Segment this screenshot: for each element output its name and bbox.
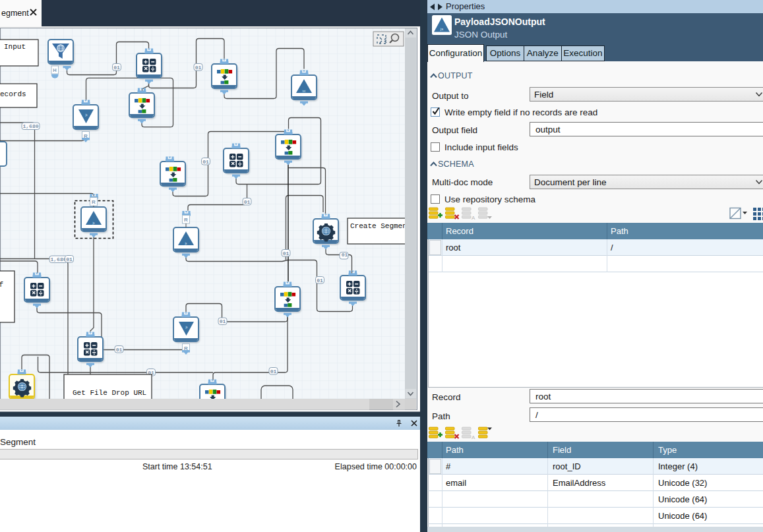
svg-text:R: R: [92, 199, 96, 205]
svg-text:01: 01: [66, 256, 73, 262]
svg-text:01: 01: [113, 65, 120, 71]
svg-text:01: 01: [317, 278, 323, 283]
svg-text:01: 01: [220, 318, 226, 324]
svg-text:Create Segment: Create Segment: [350, 222, 411, 230]
svg-text:A: A: [472, 434, 475, 440]
svg-text:1,680: 1,680: [22, 123, 38, 129]
svg-text:01: 01: [244, 199, 251, 205]
svg-text:Records: Records: [0, 90, 26, 98]
svg-text:js: js: [184, 242, 187, 245]
svg-text:01: 01: [342, 252, 348, 258]
svg-text:js: js: [440, 27, 443, 31]
svg-text:A: A: [472, 215, 475, 220]
svg-text:of: of: [0, 281, 3, 289]
svg-text:egment: egment: [1, 9, 29, 18]
svg-text:01: 01: [195, 65, 202, 71]
svg-text:js: js: [92, 222, 95, 225]
svg-text:01: 01: [270, 369, 277, 374]
svg-text:01: 01: [283, 251, 290, 256]
svg-text:js: js: [84, 113, 88, 117]
svg-text:js: js: [185, 326, 188, 329]
svg-text:01: 01: [116, 347, 123, 353]
svg-text:Input: Input: [4, 43, 26, 51]
svg-text:01: 01: [202, 159, 209, 165]
svg-text:Get File Drop URL: Get File Drop URL: [73, 389, 146, 397]
svg-text:R: R: [184, 217, 188, 223]
svg-text:1,680: 1,680: [50, 256, 66, 262]
svg-text:txt: txt: [303, 90, 307, 93]
svg-text:H: H: [53, 67, 56, 73]
